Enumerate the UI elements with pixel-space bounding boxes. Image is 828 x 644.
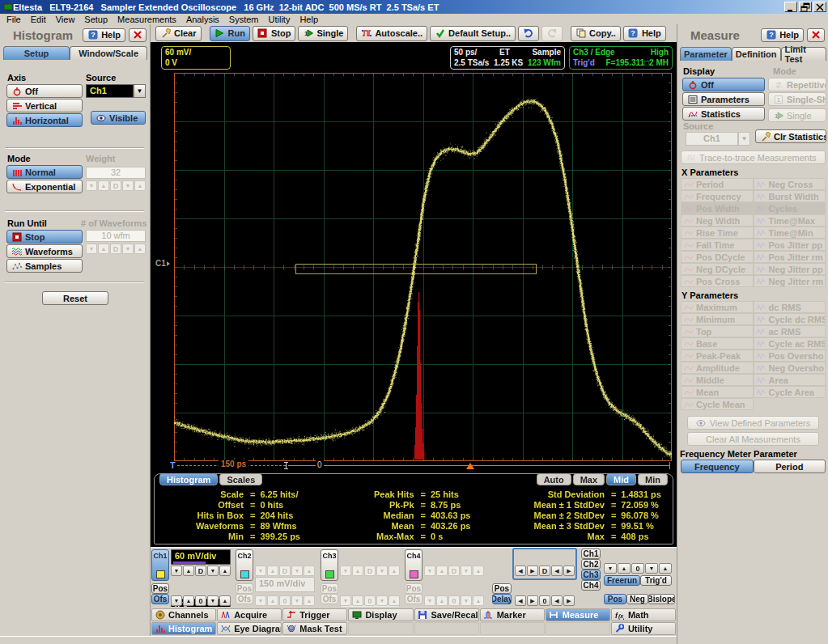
function-tab-eye-diagram[interactable]: Eye Diagram bbox=[217, 622, 282, 635]
readout-size-min-button[interactable]: Min bbox=[638, 473, 668, 485]
trigger-slope-bislope-button[interactable]: Bislope bbox=[648, 594, 675, 604]
menu-analysis[interactable]: Analysis bbox=[181, 15, 224, 24]
timebase-spin-up-fine-icon[interactable]: ▶ bbox=[563, 566, 575, 576]
trigger-level-spin-default-button[interactable]: 0 bbox=[631, 563, 644, 574]
ch1-offset-spin-up-fine-icon[interactable]: ▲ bbox=[219, 595, 231, 606]
function-tab-histogram[interactable]: Histogram bbox=[151, 622, 216, 635]
readout-tab-histogram[interactable]: Histogram bbox=[159, 473, 218, 485]
zero-delay-marker[interactable]: 0 bbox=[316, 460, 324, 469]
readout-size-mid-button[interactable]: Mid bbox=[606, 473, 636, 485]
ch1-offset-spin-down-icon[interactable]: ▼ bbox=[171, 595, 182, 606]
minimize-button[interactable] bbox=[784, 2, 797, 12]
tab-definition[interactable]: Definition bbox=[732, 47, 781, 61]
ch1-scale-spin-default-button[interactable]: D bbox=[195, 566, 206, 576]
delay-spin-down-icon[interactable]: ◀ bbox=[515, 595, 526, 606]
run-until-stop-button[interactable]: Stop bbox=[6, 230, 83, 244]
function-tab-marker[interactable]: Marker bbox=[480, 608, 545, 621]
ch1-pos-button[interactable]: Pos bbox=[151, 583, 169, 594]
function-tab-channels[interactable]: Channels bbox=[151, 608, 216, 621]
display-off-button[interactable]: Off bbox=[682, 78, 765, 91]
axis-horizontal-button[interactable]: Horizontal bbox=[6, 113, 83, 127]
close-button[interactable] bbox=[813, 2, 826, 12]
timebase-spin-up-icon[interactable]: ▶ bbox=[527, 566, 538, 576]
timebase-spin-down-icon[interactable]: ◀ bbox=[515, 566, 526, 576]
trigger-source-ch3-button[interactable]: Ch3 bbox=[581, 570, 601, 580]
run-until-waveforms-button[interactable]: Waveforms bbox=[6, 244, 83, 258]
function-tab-display[interactable]: Display bbox=[348, 608, 413, 621]
function-tab-save-recall[interactable]: Save/Recall bbox=[414, 608, 479, 621]
ch1-offset-spin-default-button[interactable]: 0 bbox=[195, 595, 206, 606]
function-tab-mask-test[interactable]: Mask Test bbox=[282, 622, 347, 635]
ch1-scale-spin-down-fine-icon[interactable]: ▼ bbox=[207, 566, 219, 576]
channel-ch4-button[interactable]: Ch4 bbox=[405, 549, 422, 581]
channel-ch2-button[interactable]: Ch2 bbox=[236, 549, 253, 581]
ch1-offset-spin-down-fine-icon[interactable]: ▼ bbox=[207, 595, 219, 606]
display-parameters-button[interactable]: Parameters bbox=[682, 92, 765, 106]
function-tab-math[interactable]: f(x)Math bbox=[611, 608, 676, 621]
tab-limit-test[interactable]: Limit Test bbox=[781, 47, 826, 61]
trigger-trig-d-button[interactable]: Trig'd bbox=[640, 575, 672, 586]
trigger-slope-pos-button[interactable]: Pos bbox=[604, 594, 626, 604]
ch1-ofs-button[interactable]: Ofs bbox=[151, 594, 169, 604]
function-tab-trigger[interactable]: Trigger bbox=[282, 608, 347, 621]
menu-edit[interactable]: Edit bbox=[26, 15, 51, 24]
menu-view[interactable]: View bbox=[51, 15, 80, 24]
c1-trace-marker[interactable]: C1 bbox=[155, 259, 170, 268]
ch1-scale-spin-down-icon[interactable]: ▼ bbox=[171, 566, 182, 576]
display-statistics-button[interactable]: Statistics bbox=[682, 107, 765, 121]
menu-utility[interactable]: Utility bbox=[264, 15, 295, 24]
channel-ch3-button[interactable]: Ch3 bbox=[321, 549, 338, 581]
tab-window-scale[interactable]: Window/Scale bbox=[70, 46, 147, 60]
undo-button[interactable] bbox=[518, 26, 539, 41]
tab-setup[interactable]: Setup bbox=[3, 46, 70, 60]
tab-parameter[interactable]: Parameter bbox=[680, 47, 732, 61]
menu-setup[interactable]: Setup bbox=[79, 15, 113, 24]
histogram-close-button[interactable] bbox=[129, 28, 146, 42]
axis-vertical-button[interactable]: Vertical bbox=[6, 99, 83, 112]
readout-tab-scales[interactable]: Scales bbox=[219, 473, 262, 485]
trigger-slope-neg-button[interactable]: Neg bbox=[626, 594, 648, 604]
clear-button[interactable]: Clear bbox=[155, 26, 202, 41]
mode-normal-button[interactable]: Normal bbox=[6, 165, 83, 179]
axis-off-button[interactable]: Off bbox=[6, 84, 83, 98]
stop-button[interactable]: Stop bbox=[253, 26, 295, 41]
trigger-freerun-button[interactable]: Freerun bbox=[604, 575, 640, 586]
menu-file[interactable]: File bbox=[2, 15, 26, 24]
run-button[interactable]: Run bbox=[210, 26, 250, 41]
delay-spin-up-fine-icon[interactable]: ▶ bbox=[563, 595, 575, 606]
run-until-samples-button[interactable]: Samples bbox=[6, 259, 83, 273]
copy-button[interactable]: Copy.. bbox=[571, 26, 621, 41]
measure-close-button[interactable] bbox=[807, 28, 825, 42]
window-titlebar[interactable]: Eltesta ELT9-2164 Sampler Extended Oscil… bbox=[0, 0, 828, 14]
reset-button[interactable]: Reset bbox=[42, 291, 108, 305]
menu-system[interactable]: System bbox=[224, 15, 264, 24]
trigger-level-spin-down-fine-icon[interactable]: ▼ bbox=[645, 563, 658, 574]
timebase-spin-default-button[interactable]: D bbox=[539, 566, 550, 576]
delay-spin-up-icon[interactable]: ▶ bbox=[527, 595, 538, 606]
single-button[interactable]: 1Single bbox=[298, 26, 348, 41]
freq-meter-period-button[interactable]: Period bbox=[754, 460, 826, 473]
menu-help[interactable]: Help bbox=[295, 15, 323, 24]
delay-spin-default-button[interactable]: 0 bbox=[539, 595, 550, 606]
trigger-position-marker[interactable] bbox=[466, 463, 474, 469]
ch1-scale-spin-up-fine-icon[interactable]: ▲ bbox=[219, 566, 231, 576]
function-tab-acquire[interactable]: Acquire bbox=[217, 608, 282, 621]
waveform-graticule[interactable] bbox=[174, 73, 672, 461]
trigger-time-marker[interactable]: T bbox=[170, 460, 176, 470]
ch1-offset-spin-up-icon[interactable]: ▲ bbox=[183, 595, 194, 606]
delay-spin-down-fine-icon[interactable]: ◀ bbox=[551, 595, 563, 606]
chevron-down-icon[interactable]: ▼ bbox=[134, 84, 146, 98]
clear-statistics-button[interactable]: Clr Statistics bbox=[755, 129, 826, 143]
restore-button[interactable] bbox=[799, 2, 812, 12]
trigger-level-spin-up-icon[interactable]: ▲ bbox=[618, 563, 631, 574]
readout-size-max-button[interactable]: Max bbox=[573, 473, 605, 485]
source-select[interactable]: Ch1 ▼ bbox=[86, 84, 146, 98]
autoscale-button[interactable]: Autoscale.. bbox=[356, 26, 427, 41]
help-button[interactable]: ?Help bbox=[623, 26, 666, 41]
visible-button[interactable]: Visible bbox=[91, 111, 146, 125]
trigger-source-ch2-button[interactable]: Ch2 bbox=[581, 559, 601, 570]
default-setup-button[interactable]: Default Setup.. bbox=[430, 26, 516, 41]
channel-ch1-button[interactable]: Ch1 bbox=[151, 549, 169, 581]
timebase-spin-down-fine-icon[interactable]: ◀ bbox=[551, 566, 563, 576]
function-tab-measure[interactable]: Measure bbox=[546, 608, 610, 621]
